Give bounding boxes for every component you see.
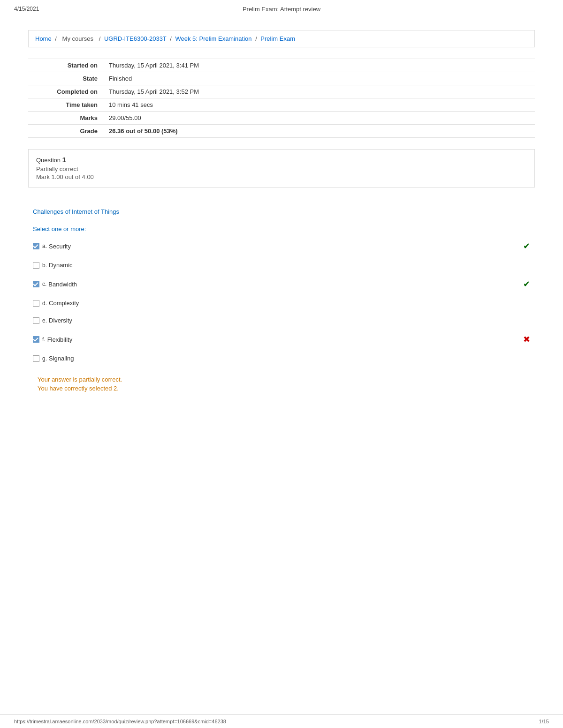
info-row-completed: Completed on Thursday, 15 April 2021, 3:… [28,85,535,98]
started-on-value: Thursday, 15 April 2021, 3:41 PM [103,59,535,72]
info-row-marks: Marks 29.00/55.00 [28,112,535,125]
indicator-c: ✔ [523,279,530,289]
time-taken-value: 10 mins 41 secs [103,98,535,112]
option-f-checkbox-area: f. Flexibility [33,336,518,343]
started-on-label: Started on [28,59,103,72]
checkbox-g [33,355,39,362]
question-text: Challenges of Internet of Things [33,208,530,215]
option-d: d. Complexity [33,300,530,307]
option-g-checkbox-area: g. Signaling [33,355,530,362]
marks-value: 29.00/55.00 [103,112,535,125]
option-g-text: Signaling [49,355,74,362]
breadcrumb-sep3: / [170,35,173,42]
breadcrumb-course[interactable]: UGRD-ITE6300-2033T [104,35,167,42]
checkbox-c [33,281,39,287]
option-b-letter: b. [42,262,47,269]
breadcrumb-exam[interactable]: Prelim Exam [260,35,295,42]
feedback-line2: You have correctly selected 2. [38,385,525,392]
page-title: Prelim Exam: Attempt review [243,6,320,13]
option-g: g. Signaling [33,355,530,362]
option-f: f. Flexibility ✖ [33,334,530,345]
select-instruction: Select one or more: [33,225,530,233]
grade-label: Grade [28,125,103,138]
breadcrumb-week[interactable]: Week 5: Prelim Examination [175,35,251,42]
feedback-line1: Your answer is partially correct. [38,376,525,383]
info-row-state: State Finished [28,72,535,85]
breadcrumb: Home / My courses / UGRD-ITE6300-2033T /… [28,30,535,47]
completed-on-value: Thursday, 15 April 2021, 3:52 PM [103,85,535,98]
info-table: Started on Thursday, 15 April 2021, 3:41… [28,59,535,138]
checkbox-d [33,300,39,307]
question-body: Challenges of Internet of Things Select … [28,199,535,392]
breadcrumb-sep4: / [255,35,259,42]
option-e-letter: e. [42,317,47,324]
question-block: Question 1 Partially correct Mark 1.00 o… [28,149,535,188]
option-a-text: Security [49,243,71,250]
question-status: Partially correct [36,165,527,173]
option-c-checkbox-area: c. Bandwidth [33,281,518,288]
breadcrumb-mycourses: My courses [62,35,93,42]
option-e-checkbox-area: e. Diversity [33,317,530,324]
info-row-time: Time taken 10 mins 41 secs [28,98,535,112]
option-c: c. Bandwidth ✔ [33,279,530,289]
option-f-text: Flexibility [47,336,72,343]
option-f-letter: f. [42,336,46,343]
page-header: 4/15/2021 Prelim Exam: Attempt review [0,0,563,16]
grade-value: 26.36 out of 50.00 (53%) [103,125,535,138]
marks-label: Marks [28,112,103,125]
checkbox-e [33,317,39,324]
option-c-letter: c. [42,281,46,287]
option-d-checkbox-area: d. Complexity [33,300,530,307]
checkbox-a [33,243,39,249]
breadcrumb-sep2: / [99,35,102,42]
option-g-letter: g. [42,355,47,362]
option-a-letter: a. [42,243,47,249]
time-taken-label: Time taken [28,98,103,112]
option-d-letter: d. [42,300,47,307]
state-label: State [28,72,103,85]
footer-page: 1/15 [539,719,549,724]
option-e-text: Diversity [49,317,72,324]
option-d-text: Complexity [49,300,79,307]
option-a-checkbox-area: a. Security [33,243,518,250]
question-header: Question 1 [36,156,527,164]
indicator-f: ✖ [523,334,530,345]
breadcrumb-sep1: / [55,35,58,42]
question-number: 1 [62,156,66,164]
info-row-started: Started on Thursday, 15 April 2021, 3:41… [28,59,535,72]
grade-value-text: 26.36 out of 50.00 (53%) [109,128,178,135]
state-value: Finished [103,72,535,85]
feedback-section: Your answer is partially correct. You ha… [33,376,530,392]
option-b-text: Dynamic [49,262,73,269]
option-b-checkbox-area: b. Dynamic [33,262,530,269]
main-content: Home / My courses / UGRD-ITE6300-2033T /… [0,16,563,420]
option-e: e. Diversity [33,317,530,324]
header-date: 4/15/2021 [14,6,39,12]
question-label: Question [36,157,61,164]
question-mark: Mark 1.00 out of 4.00 [36,173,527,180]
completed-on-label: Completed on [28,85,103,98]
indicator-a: ✔ [523,241,530,251]
page-footer: https://trimestral.amaesonline.com/2033/… [0,714,563,728]
option-a: a. Security ✔ [33,241,530,251]
footer-url: https://trimestral.amaesonline.com/2033/… [14,719,226,724]
option-c-text: Bandwidth [48,281,77,288]
checkbox-b [33,262,39,269]
checkbox-f [33,336,39,343]
option-b: b. Dynamic [33,262,530,269]
info-row-grade: Grade 26.36 out of 50.00 (53%) [28,125,535,138]
breadcrumb-home[interactable]: Home [35,35,52,42]
